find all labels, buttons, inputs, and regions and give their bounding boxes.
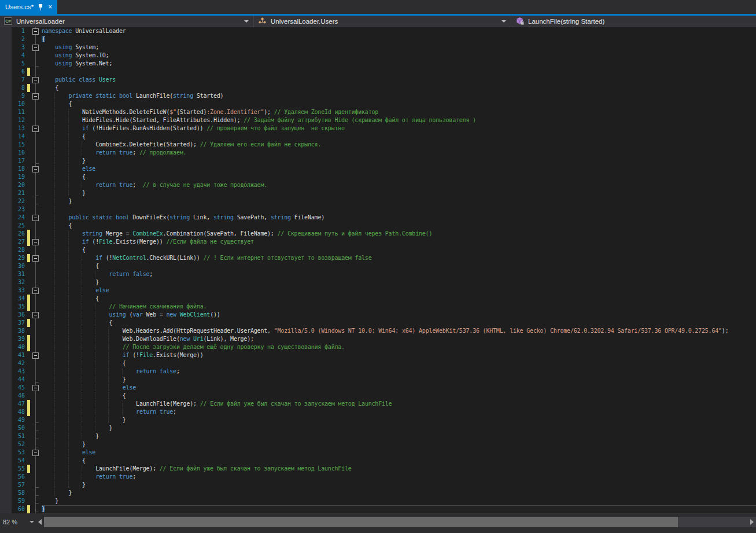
breakpoint-margin[interactable] — [0, 141, 12, 149]
code-text[interactable]: } — [42, 278, 756, 286]
collapse-box-icon[interactable] — [32, 239, 39, 245]
close-icon[interactable]: × — [48, 3, 52, 10]
breakpoint-margin[interactable] — [0, 116, 12, 124]
code-text[interactable]: } — [42, 489, 756, 497]
collapse-box-icon[interactable] — [32, 288, 39, 294]
code-text[interactable]: } — [42, 432, 756, 440]
code-text[interactable]: return true; — [42, 473, 756, 481]
code-text[interactable]: if (!File.Exists(Merge)) — [42, 351, 756, 359]
breakpoint-margin[interactable] — [0, 343, 12, 351]
breakpoint-margin[interactable] — [0, 124, 12, 133]
collapse-box-icon[interactable] — [32, 28, 39, 35]
outline-margin[interactable] — [31, 384, 42, 392]
code-text[interactable]: } — [42, 481, 756, 489]
code-text[interactable]: if (!HideFiles.RunAsHidden(Started)) // … — [42, 124, 756, 133]
code-text[interactable]: } — [42, 157, 756, 165]
outline-margin[interactable] — [31, 449, 42, 457]
outline-margin[interactable] — [31, 76, 42, 84]
outline-margin[interactable] — [31, 43, 42, 52]
breakpoint-margin[interactable] — [0, 84, 12, 92]
tab-users-cs[interactable]: Users.cs* × — [0, 0, 57, 14]
breakpoint-margin[interactable] — [0, 189, 12, 197]
code-text[interactable]: Web.DownloadFile(new Uri(Link), Merge); — [42, 335, 756, 343]
breakpoint-margin[interactable] — [0, 440, 12, 449]
code-text[interactable]: { — [42, 457, 756, 465]
code-text[interactable]: } — [42, 497, 756, 505]
code-text[interactable]: { — [42, 262, 756, 270]
breakpoint-margin[interactable] — [0, 351, 12, 359]
outline-margin[interactable] — [31, 124, 42, 133]
outline-margin[interactable] — [31, 254, 42, 262]
breakpoint-margin[interactable] — [0, 303, 12, 311]
code-text[interactable]: return false; — [42, 367, 756, 376]
breakpoint-margin[interactable] — [0, 197, 12, 205]
code-text[interactable]: LaunchFile(Merge); // Если файл уже был … — [42, 465, 756, 473]
code-text[interactable] — [42, 205, 756, 214]
breakpoint-margin[interactable] — [0, 165, 12, 173]
outline-margin[interactable] — [31, 286, 42, 295]
code-text[interactable]: public static bool DownFileEx(string Lin… — [42, 214, 756, 222]
collapse-box-icon[interactable] — [32, 385, 39, 391]
breakpoint-margin[interactable] — [0, 133, 12, 141]
code-text[interactable]: { — [42, 222, 756, 230]
breakpoint-margin[interactable] — [0, 254, 12, 262]
breakpoint-margin[interactable] — [0, 473, 12, 481]
collapse-box-icon[interactable] — [32, 166, 39, 172]
breakpoint-margin[interactable] — [0, 286, 12, 295]
breakpoint-margin[interactable] — [0, 376, 12, 384]
breakpoint-margin[interactable] — [0, 489, 12, 497]
breakpoint-margin[interactable] — [0, 295, 12, 303]
code-editor[interactable]: 1namespace UniversalLoader2{3 using Syst… — [0, 27, 756, 513]
collapse-box-icon[interactable] — [32, 126, 39, 132]
code-text[interactable]: } — [42, 424, 756, 432]
collapse-box-icon[interactable] — [32, 352, 39, 359]
code-text[interactable]: if (!File.Exists(Merge)) //Если файла не… — [42, 238, 756, 246]
code-text[interactable]: { — [42, 133, 756, 141]
breakpoint-margin[interactable] — [0, 497, 12, 505]
project-dropdown[interactable]: C# UniversalLoader — [0, 16, 253, 27]
code-text[interactable]: if (!NetControl.CheckURL(Link)) // ! Есл… — [42, 254, 756, 262]
breakpoint-margin[interactable] — [0, 43, 12, 52]
code-text[interactable]: { — [42, 246, 756, 254]
breakpoint-margin[interactable] — [0, 327, 12, 335]
code-text[interactable]: string Merge = CombineEx.Combination(Sav… — [42, 230, 756, 238]
collapse-box-icon[interactable] — [32, 255, 39, 262]
breakpoint-margin[interactable] — [0, 384, 12, 392]
code-text[interactable]: } — [42, 376, 756, 384]
code-text[interactable]: { — [42, 295, 756, 303]
code-text[interactable]: else — [42, 286, 756, 295]
outline-margin[interactable] — [31, 351, 42, 359]
code-text[interactable]: } — [42, 189, 756, 197]
code-text[interactable]: namespace UniversalLoader — [42, 27, 756, 35]
breakpoint-margin[interactable] — [0, 60, 12, 68]
breakpoint-margin[interactable] — [0, 481, 12, 489]
code-text[interactable]: Web.Headers.Add(HttpRequestHeader.UserAg… — [42, 327, 756, 335]
pin-icon[interactable] — [38, 3, 44, 10]
breakpoint-margin[interactable] — [0, 68, 12, 76]
breakpoint-margin[interactable] — [0, 246, 12, 254]
code-text[interactable]: HideFiles.Hide(Started, FileAttributes.H… — [42, 116, 756, 124]
scroll-right-arrow-icon[interactable] — [750, 519, 754, 525]
breakpoint-margin[interactable] — [0, 214, 12, 222]
outline-margin[interactable] — [31, 238, 42, 246]
code-text[interactable]: { — [42, 359, 756, 367]
code-text[interactable]: } — [42, 440, 756, 449]
breakpoint-margin[interactable] — [0, 52, 12, 60]
code-text[interactable]: { — [42, 319, 756, 327]
breakpoint-margin[interactable] — [0, 270, 12, 278]
outline-margin[interactable] — [31, 311, 42, 319]
code-text[interactable]: { — [42, 173, 756, 181]
breakpoint-margin[interactable] — [0, 100, 12, 108]
breakpoint-margin[interactable] — [0, 76, 12, 84]
code-text[interactable]: return true; // в случае не удачи тоже п… — [42, 181, 756, 189]
horizontal-scrollbar-thumb[interactable] — [44, 517, 678, 527]
breakpoint-margin[interactable] — [0, 92, 12, 100]
code-text[interactable]: LaunchFile(Merge); // Если файл уже был … — [42, 400, 756, 408]
breakpoint-margin[interactable] — [0, 319, 12, 327]
breakpoint-margin[interactable] — [0, 432, 12, 440]
breakpoint-margin[interactable] — [0, 262, 12, 270]
code-text[interactable]: private static bool LaunchFile(string St… — [42, 92, 756, 100]
collapse-box-icon[interactable] — [32, 450, 39, 456]
code-text[interactable]: { — [42, 100, 756, 108]
breakpoint-margin[interactable] — [0, 367, 12, 376]
